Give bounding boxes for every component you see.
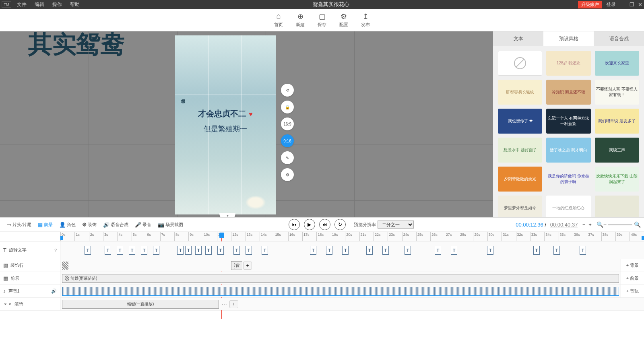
audio-waveform[interactable] [62, 287, 619, 296]
toolbar-3[interactable]: ⚙配置 [333, 12, 355, 28]
text-clip-20[interactable]: T [435, 246, 441, 255]
add-deco-clip-button[interactable]: + [229, 300, 238, 308]
canvas-area[interactable]: 其实鸳鸯 它们只是在 才会忠贞不二♥ 但是繁殖期一 ⟲🔓16:99:16✎⚙ ▾ [0, 31, 493, 217]
playhead[interactable] [219, 233, 224, 238]
text-clip-16[interactable]: T [342, 246, 349, 255]
preset-7[interactable]: 忘记一个人 有两种方法 一种新欢 [546, 109, 590, 134]
text-clip-22[interactable]: T [487, 246, 493, 255]
text-clip-21[interactable]: T [451, 246, 457, 255]
preset-4[interactable]: 冷知识 而且还不轻 [546, 80, 590, 105]
canvas-tool-3[interactable]: 9:16 [281, 134, 294, 147]
time-plus-button[interactable]: + [588, 222, 592, 228]
tl-tab-5[interactable]: 🎤录音 [132, 222, 155, 228]
preset-13[interactable]: 我是你的骄傲吗 你牵挂的孩子啊 [546, 167, 590, 192]
login-button[interactable]: 登录 [602, 1, 620, 8]
toolbar-2[interactable]: ▢保存 [311, 12, 333, 28]
preset-11[interactable]: 我读三声 [595, 138, 639, 163]
speaker-icon[interactable]: 🔊 [51, 289, 57, 294]
canvas-tool-5[interactable]: ⚙ [281, 168, 294, 181]
minimize-button[interactable]: — [620, 2, 628, 8]
text-clip-2[interactable]: T [117, 246, 123, 255]
tl-tab-2[interactable]: 👤角色 [56, 222, 79, 228]
bg-clip2[interactable]: 背 [231, 261, 242, 270]
track-audio-content[interactable] [60, 285, 621, 297]
time-ruler[interactable]: 0s1s2s3s4s5s6s7s8s9s10s11s12s13s14s15s16… [60, 232, 644, 241]
preset-16[interactable]: 一地的红透如红心 [546, 196, 590, 217]
maximize-button[interactable]: ❐ [628, 2, 636, 8]
preset-6[interactable]: 我也想你了 ❤ [498, 109, 542, 134]
preset-14[interactable]: 欢欣快快乐乐下载 山朗润起来了 [595, 167, 639, 192]
toolbar-0[interactable]: ⌂首页 [268, 12, 289, 28]
preset-1[interactable]: 128岁 我还欢 [546, 51, 590, 76]
menu-file[interactable]: 文件 [13, 1, 31, 8]
next-button[interactable]: ⏭ [319, 219, 330, 230]
preset-15[interactable]: 梦里梦外都是如今 [498, 196, 542, 217]
clip-more-icon[interactable]: ⋯ [220, 301, 229, 307]
text-clip-10[interactable]: T [217, 246, 224, 255]
fg-clip[interactable]: 前景(雨幕茫茫) [62, 274, 619, 283]
zoom-in-icon[interactable]: 🔍 [634, 221, 641, 228]
menu-edit[interactable]: 编辑 [31, 1, 48, 8]
tl-tab-3[interactable]: ❋装饰 [79, 222, 100, 228]
toolbar-1[interactable]: ⊕新建 [289, 12, 311, 28]
zoom-slider[interactable] [608, 224, 632, 225]
time-minus-button[interactable]: − [582, 222, 586, 228]
total-time[interactable]: 00:00:40.37 [550, 222, 578, 228]
right-tab-0[interactable]: 文本 [493, 31, 543, 46]
text-clip-19[interactable]: T [405, 246, 411, 255]
loop-button[interactable]: ↻ [334, 219, 346, 230]
tl-tab-4[interactable]: 🔊语音合成 [100, 222, 132, 228]
preset-12[interactable]: 夕阳带微微的余光 [498, 167, 542, 192]
text-clip-24[interactable]: T [553, 246, 560, 255]
preset-10[interactable]: 活了啥之后 我才明白 [546, 138, 590, 163]
add-bg-track-button[interactable]: + 背景 [621, 259, 644, 272]
upgrade-button[interactable]: 升级账户 [578, 1, 602, 8]
text-clip-4[interactable]: T [141, 246, 147, 255]
tl-tab-6[interactable]: 📷场景截图 [155, 222, 186, 228]
play-button[interactable]: ▶ [304, 219, 315, 230]
add-audio-track-button[interactable]: + 音轨 [621, 285, 644, 297]
tl-tab-0[interactable]: ▭片头/片尾 [3, 222, 35, 228]
preset-0[interactable] [498, 51, 542, 76]
menu-help[interactable]: 帮助 [66, 1, 84, 8]
track-decoration-content[interactable]: 蜻蜓(一直播放) ⋯ + [60, 298, 644, 310]
canvas-tool-4[interactable]: ✎ [281, 151, 294, 164]
right-tab-2[interactable]: 语音合成 [594, 31, 644, 46]
right-tab-1[interactable]: 预设风格 [543, 31, 594, 46]
bg-clip-hatch[interactable] [62, 262, 68, 270]
menu-action[interactable]: 操作 [48, 1, 66, 8]
preset-17[interactable] [595, 196, 639, 217]
end-marker[interactable] [642, 236, 644, 240]
start-marker[interactable] [60, 236, 63, 240]
text-clip-12[interactable]: T [246, 246, 252, 255]
text-clip-9[interactable]: T [205, 246, 212, 255]
text-clip-1[interactable]: T [105, 246, 111, 255]
text-clip-5[interactable]: T [153, 246, 159, 255]
add-bg-clip-button[interactable]: + [243, 262, 252, 270]
text-clip-14[interactable]: T [310, 246, 316, 255]
preset-8[interactable]: 我们唱常说 朋友多了 [595, 109, 639, 134]
toolbar-4[interactable]: ↥发布 [355, 12, 376, 28]
deco-clip[interactable]: 蜻蜓(一直播放) [62, 300, 219, 309]
text-clip-0[interactable]: T [85, 246, 91, 255]
text-clip-8[interactable]: T [195, 246, 202, 255]
text-clip-6[interactable]: T [177, 246, 184, 255]
add-fg-track-button[interactable]: + 前景 [621, 272, 644, 284]
track-deco-content[interactable]: 背 + [60, 259, 621, 272]
canvas-tool-2[interactable]: 16:9 [281, 117, 294, 130]
text-clip-13[interactable]: T [262, 246, 268, 255]
preset-9[interactable]: 想没水中 越好面子 [498, 138, 542, 163]
text-clip-23[interactable]: T [533, 246, 540, 255]
preset-5[interactable]: 不要怪别人富 不要怪人家有钱！ [595, 80, 639, 105]
text-clip-18[interactable]: T [382, 246, 389, 255]
track-text-content[interactable]: TTTTTTTTTTTTTTTTTTTTTTTTTT [60, 241, 644, 259]
canvas-expand-icon[interactable]: ▾ [219, 213, 235, 217]
canvas-tool-0[interactable]: ⟲ [281, 84, 294, 97]
prev-button[interactable]: ⏮ [289, 219, 300, 230]
preview-frame[interactable]: 它们只是在 才会忠贞不二♥ 但是繁殖期一 [175, 35, 276, 214]
resolution-select[interactable]: 二分之一 [378, 221, 414, 229]
canvas-tool-1[interactable]: 🔓 [281, 101, 294, 113]
text-clip-7[interactable]: T [185, 246, 192, 255]
text-clip-17[interactable]: T [366, 246, 373, 255]
zoom-out-icon[interactable]: 🔍− [597, 221, 607, 228]
